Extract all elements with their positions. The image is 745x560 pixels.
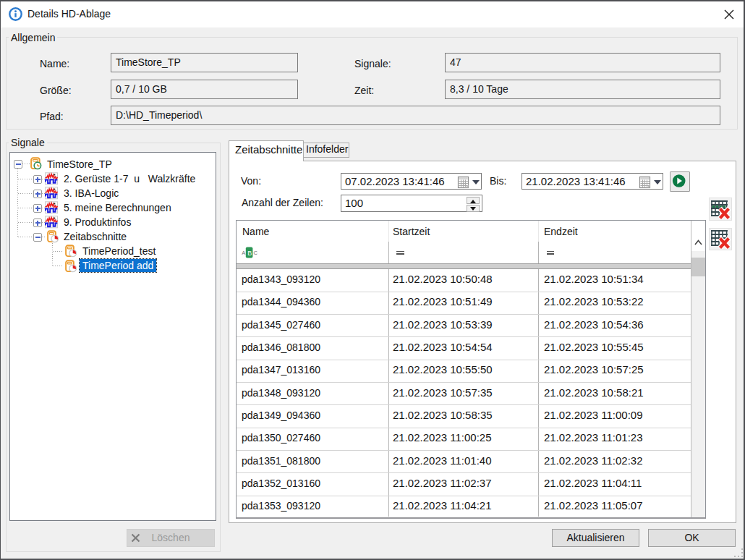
svg-text:B: B xyxy=(247,250,252,257)
svg-text:C: C xyxy=(253,250,257,256)
svg-text:A: A xyxy=(242,250,245,256)
